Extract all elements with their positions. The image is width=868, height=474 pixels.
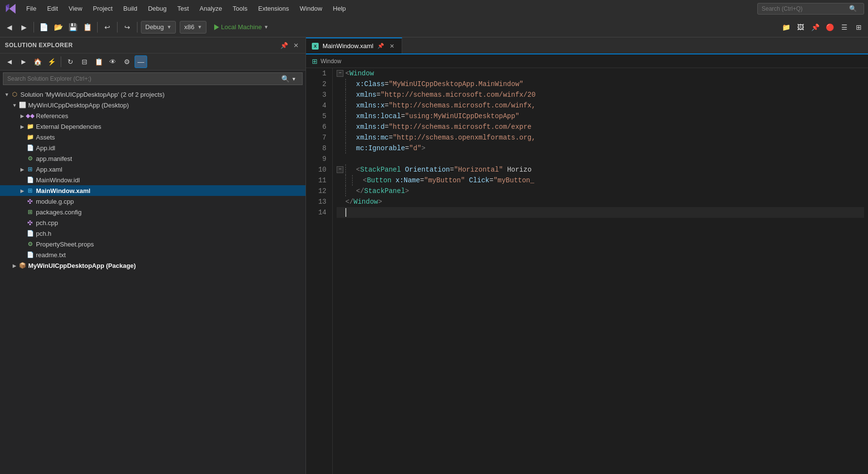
menu-extensions[interactable]: Extensions [253,3,294,14]
se-sync-btn[interactable]: ⚡ [45,55,58,68]
app-xaml-label: App.xaml [36,166,62,173]
menu-help[interactable]: Help [328,3,351,14]
fold-btn-10[interactable]: − [337,166,343,173]
line-num-8: 8 [316,143,326,154]
readme-txt-node[interactable]: 📄 readme.txt [0,249,306,260]
references-node[interactable]: ▶ ◆◆ References [0,110,306,121]
se-close-btn[interactable]: ✕ [291,40,301,50]
desktop-project-expand-arrow: ▼ [11,101,18,109]
se-home-btn[interactable]: 🏠 [31,55,44,68]
code-editor[interactable]: − <Window x:Class="MyWinUICppDesktopApp.… [333,68,868,474]
navigate-back-btn[interactable]: ◀ [3,21,16,34]
run-btn[interactable]: Local Machine ▼ [210,22,272,32]
module-g-cpp-icon: ⧾ [26,197,34,205]
code-line-12: </StackPanel> [337,186,864,196]
ext-dep-node[interactable]: ▶ 📁 External Dependencies [0,121,306,132]
attach-btn[interactable]: 📌 [809,21,821,34]
line-num-13: 13 [316,196,326,207]
app-xaml-node[interactable]: ▶ ⊞ App.xaml [0,164,306,175]
assets-node[interactable]: 📁 Assets [0,132,306,142]
editor-panel: X MainWindow.xaml 📌 ✕ ⊞ Window 1 2 3 4 5… [306,37,868,474]
mainwindow-xaml-node[interactable]: ▶ ⊞ MainWindow.xaml [0,185,306,196]
pch-cpp-label: pch.cpp [36,219,58,227]
se-pin-btn[interactable]: 📌 [279,40,289,50]
se-preview-btn[interactable]: 👁 [106,55,119,68]
references-icon: ◆◆ [26,112,34,120]
desktop-project-icon: ⬜ [18,101,26,109]
references-expand-arrow: ▶ [18,112,26,120]
redo-btn[interactable]: ↪ [121,21,134,34]
screenshot-btn[interactable]: 🖼 [794,21,807,34]
packages-config-node[interactable]: ⊞ packages.config [0,207,306,217]
se-search-btn[interactable]: 🔍 [281,75,289,83]
new-project-btn[interactable]: 📄 [37,21,50,34]
app-manifest-node[interactable]: ⚙ app.manifest [0,153,306,164]
assets-label: Assets [36,134,55,141]
package-project-expand-arrow: ▶ [11,262,18,269]
solution-icon: ⬡ [11,90,18,98]
mainwindow-idl-label: MainWindow.idl [36,176,80,184]
module-g-cpp-node[interactable]: ⧾ module.g.cpp [0,196,306,207]
se-active-file-btn[interactable]: — [135,55,147,68]
package-project-label: MyWinUICppDesktopApp (Package) [28,262,136,269]
se-search-options-btn[interactable]: ▼ [289,74,298,83]
open-btn[interactable]: 📂 [52,21,65,34]
navigate-forward-btn[interactable]: ▶ [17,21,30,34]
platform-dropdown[interactable]: x86 ▼ [180,21,206,34]
vs-logo [4,2,17,16]
package-project-icon: 📦 [18,262,26,269]
menu-edit[interactable]: Edit [42,3,63,14]
menu-tools[interactable]: Tools [228,3,252,14]
menu-debug[interactable]: Debug [143,3,171,14]
editor-content[interactable]: 1 2 3 4 5 6 7 8 9 10 11 12 13 14 − < [306,68,868,474]
se-back-btn[interactable]: ◀ [3,55,16,68]
mainwindow-xaml-tab[interactable]: X MainWindow.xaml 📌 ✕ [306,37,402,53]
menu-analyze[interactable]: Analyze [195,3,227,14]
se-refresh-btn[interactable]: ↻ [64,55,77,68]
menu-build[interactable]: Build [119,3,142,14]
pch-h-node[interactable]: 📄 pch.h [0,228,306,239]
menu-file[interactable]: File [21,3,41,14]
tab-pin-icon: 📌 [377,43,384,49]
menu-test[interactable]: Test [172,3,194,14]
ext-dep-label: External Dependencies [36,123,101,130]
se-properties-btn[interactable]: 📋 [92,55,105,68]
config-dropdown[interactable]: Debug ▼ [141,21,176,34]
split-btn[interactable]: ⊞ [852,21,865,34]
package-project-node[interactable]: ▶ 📦 MyWinUICppDesktopApp (Package) [0,260,306,271]
code-line-6: xmlns:d="http://schemas.microsoft.com/ex… [337,122,864,132]
tab-close-btn[interactable]: ✕ [388,42,396,50]
mainwindow-idl-icon: 📄 [26,176,34,184]
se-header-icons: 📌 ✕ [279,40,301,50]
run-dropdown-arrow-icon: ▼ [264,24,269,30]
app-idl-node[interactable]: 📄 App.idl [0,142,306,153]
se-forward-btn[interactable]: ▶ [17,55,30,68]
se-search-box: 🔍 ▼ [3,72,303,85]
undo-btn[interactable]: ↩ [101,21,114,34]
breakpoint-btn[interactable]: 🔴 [823,21,836,34]
global-search-box[interactable]: 🔍 [757,3,864,15]
save-all-btn[interactable]: 📋 [81,21,94,34]
fold-btn-1[interactable]: − [337,70,343,77]
se-search-input[interactable] [7,75,281,82]
propertysheet-props-node[interactable]: ⚙ PropertySheet.props [0,239,306,249]
app-xaml-icon: ⊞ [26,165,34,173]
main-layout: Solution Explorer 📌 ✕ ◀ ▶ 🏠 ⚡ ↻ ⊟ 📋 👁 ⚙ … [0,37,868,474]
list-btn[interactable]: ☰ [838,21,851,34]
pch-cpp-node[interactable]: ⧾ pch.cpp [0,217,306,228]
se-collapse-btn[interactable]: ⊟ [78,55,91,68]
global-search-input[interactable] [762,5,849,12]
menu-window[interactable]: Window [295,3,327,14]
solution-configs-btn[interactable]: 📁 [780,21,792,34]
menu-view[interactable]: View [64,3,87,14]
menu-project[interactable]: Project [88,3,117,14]
se-settings-btn[interactable]: ⚙ [120,55,133,68]
solution-node[interactable]: ▼ ⬡ Solution 'MyWinUICppDesktopApp' (2 o… [0,89,306,100]
mainwindow-idl-node[interactable]: 📄 MainWindow.idl [0,175,306,185]
mainwindow-xaml-label: MainWindow.xaml [36,187,90,194]
save-btn[interactable]: 💾 [67,21,79,34]
app-idl-icon: 📄 [26,144,34,152]
desktop-project-node[interactable]: ▼ ⬜ MyWinUICppDesktopApp (Desktop) [0,100,306,110]
menu-bar: File Edit View Project Build Debug Test … [0,0,868,17]
toolbar-divider-2 [97,22,98,33]
